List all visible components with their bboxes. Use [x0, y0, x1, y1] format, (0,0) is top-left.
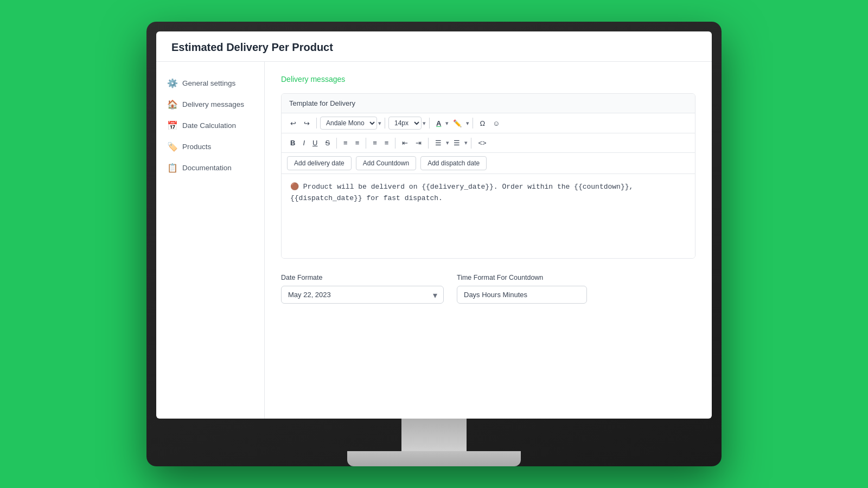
undo-button[interactable]: ↩	[287, 117, 299, 130]
align-left-button[interactable]: ≡	[340, 137, 351, 149]
date-format-group: Date Formate May 22, 2023 22 May 2023 20…	[281, 274, 444, 304]
calendar-icon: 📅	[167, 120, 177, 131]
section-title: Delivery messages	[281, 75, 695, 84]
outdent-button[interactable]: ⇤	[399, 137, 411, 149]
sidebar-label-products: Products	[182, 143, 211, 151]
sidebar-item-date-calculation[interactable]: 📅 Date Calculation	[156, 115, 264, 136]
add-dispatch-date-button[interactable]: Add dispatch date	[420, 156, 487, 170]
sep9	[471, 138, 471, 149]
home-icon: 🏠	[167, 99, 177, 110]
bullet-list-button[interactable]: ☰	[432, 137, 445, 149]
font-size-select[interactable]: 14px 12px 16px 18px	[388, 117, 422, 130]
redo-button[interactable]: ↪	[301, 117, 313, 130]
sep8	[428, 138, 429, 149]
font-color-button[interactable]: A	[433, 117, 444, 130]
underline-button[interactable]: U	[309, 137, 321, 149]
add-delivery-date-button[interactable]: Add delivery date	[287, 156, 352, 170]
editor-content: Product will be deliverd on {{delivery_d…	[290, 183, 633, 202]
sep6	[366, 138, 366, 149]
page-title: Estimated Delivery Per Product	[171, 41, 697, 54]
sidebar-item-documentation[interactable]: 📋 Documentation	[156, 157, 264, 178]
align-justify-button[interactable]: ≡	[381, 137, 392, 149]
app-header: Estimated Delivery Per Product	[156, 31, 712, 62]
toolbar-row2: B I U S ≡ ≡ ≡ ≡ ⇤ ⇥	[282, 133, 695, 153]
time-format-group: Time Format For Countdown	[457, 274, 587, 304]
date-format-select-wrap: May 22, 2023 22 May 2023 2023-05-22	[281, 286, 444, 304]
editor-area[interactable]: 🟤 Product will be deliverd on {{delivery…	[282, 174, 695, 258]
indent-button[interactable]: ⇥	[412, 137, 425, 149]
code-button[interactable]: <>	[475, 137, 489, 149]
chevron-down-icon-ordered: ▾	[464, 139, 468, 146]
monitor: Estimated Delivery Per Product ⚙️ Genera…	[146, 22, 722, 466]
emoji-button[interactable]: ☺	[489, 117, 503, 130]
stand-base	[347, 451, 521, 466]
italic-button[interactable]: I	[299, 137, 308, 149]
bold-button[interactable]: B	[287, 137, 298, 149]
chevron-down-icon-font: ▾	[378, 120, 381, 127]
app-body: ⚙️ General settings 🏠 Delivery messages …	[156, 62, 712, 419]
sidebar-label-general-settings: General settings	[182, 79, 235, 87]
stand-neck	[401, 419, 467, 451]
ordered-list-button[interactable]: ☰	[450, 137, 463, 149]
app-container: Estimated Delivery Per Product ⚙️ Genera…	[156, 31, 712, 419]
emoji-icon: 🟤	[290, 183, 299, 191]
chevron-down-icon-bullet: ▾	[446, 139, 449, 146]
sep4	[473, 118, 473, 129]
font-family-select[interactable]: Andale Mono Arial Helvetica	[320, 117, 377, 130]
align-center-button[interactable]: ≡	[352, 137, 363, 149]
sidebar-label-documentation: Documentation	[182, 164, 232, 172]
sidebar-item-products[interactable]: 🏷️ Products	[156, 136, 264, 157]
tag-icon: 🏷️	[167, 142, 177, 152]
sep5	[336, 138, 337, 149]
screen: Estimated Delivery Per Product ⚙️ Genera…	[156, 31, 712, 419]
toolbar-actions: Add delivery date Add Countdown Add disp…	[282, 153, 695, 174]
highlight-button[interactable]: ✏️	[450, 117, 465, 130]
align-right-button[interactable]: ≡	[369, 137, 380, 149]
strike-button[interactable]: S	[322, 137, 333, 149]
sidebar-label-date-calculation: Date Calculation	[182, 121, 236, 130]
date-format-select[interactable]: May 22, 2023 22 May 2023 2023-05-22	[281, 286, 444, 304]
sidebar: ⚙️ General settings 🏠 Delivery messages …	[156, 62, 265, 419]
sep2	[385, 118, 385, 129]
editor-card: Template for Delivery ↩ ↪ Andale Mono Ar…	[281, 93, 695, 259]
sidebar-item-general-settings[interactable]: ⚙️ General settings	[156, 73, 264, 94]
time-format-input[interactable]	[457, 286, 587, 304]
chevron-down-icon-color: ▾	[445, 120, 449, 127]
sidebar-label-delivery-messages: Delivery messages	[182, 100, 244, 108]
omega-button[interactable]: Ω	[476, 117, 488, 130]
main-content: Delivery messages Template for Delivery …	[265, 62, 712, 419]
chevron-down-icon-size: ▾	[423, 120, 426, 127]
sidebar-item-delivery-messages[interactable]: 🏠 Delivery messages	[156, 94, 264, 115]
date-format-label: Date Formate	[281, 274, 444, 281]
sep1	[316, 118, 317, 129]
editor-card-title: Template for Delivery	[282, 94, 695, 113]
sep7	[395, 138, 395, 149]
toolbar-row1: ↩ ↪ Andale Mono Arial Helvetica ▾	[282, 113, 695, 133]
sep3	[429, 118, 430, 129]
chevron-down-icon-highlight: ▾	[466, 120, 469, 127]
gear-icon: ⚙️	[167, 78, 177, 88]
add-countdown-button[interactable]: Add Countdown	[356, 156, 416, 170]
form-row: Date Formate May 22, 2023 22 May 2023 20…	[281, 274, 695, 304]
doc-icon: 📋	[167, 163, 177, 173]
time-format-label: Time Format For Countdown	[457, 274, 587, 281]
